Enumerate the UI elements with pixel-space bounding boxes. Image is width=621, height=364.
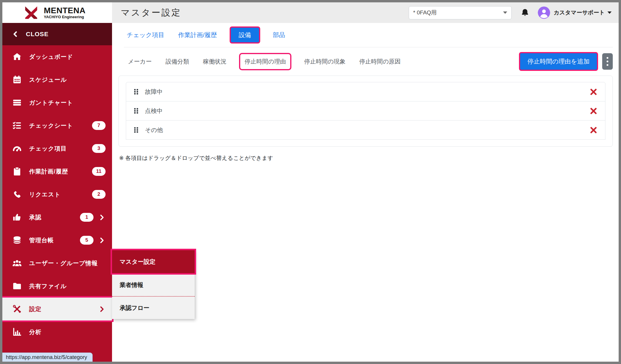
gauge-icon — [12, 144, 22, 153]
chevron-right-icon — [98, 305, 106, 313]
delete-button[interactable] — [590, 107, 597, 115]
add-downtime-reason-button[interactable]: 停止時間の理由を追加 — [520, 53, 597, 70]
chart-icon — [12, 327, 22, 337]
subtab-downtime-cause[interactable]: 停止時間の原因 — [359, 58, 400, 66]
count-badge: 3 — [92, 144, 106, 153]
home-icon — [12, 52, 22, 61]
category-row-inspection[interactable]: 点検中 — [126, 101, 605, 121]
tab-equipment[interactable]: 設備 — [231, 28, 259, 42]
sidebar-item-work-plan-history[interactable]: 作業計画/履歴 11 — [2, 160, 112, 183]
avatar-person-icon — [538, 6, 550, 19]
subtabs: メーカー 設備分類 稼働状況 停止時間の理由 停止時間の — [128, 54, 400, 69]
drag-drop-note: ※ 各項目はドラッグ＆ドロップで並べ替えることができます — [119, 154, 619, 162]
page-title: マスター設定 — [121, 7, 181, 19]
toolbar-actions: 停止時間の理由を追加 — [520, 53, 613, 70]
sidebar-item-check-item[interactable]: チェック項目 3 — [2, 137, 112, 160]
sidebar-item-settings[interactable]: 設定 — [2, 298, 112, 320]
tabs-row: チェック項目 作業計画/履歴 設備 部品 — [124, 23, 613, 47]
sidebar-item-check-sheet[interactable]: チェックシート 7 — [2, 114, 112, 137]
settings-submenu: マスター設定 業者情報 承認フロー — [112, 250, 195, 319]
count-badge: 1 — [80, 213, 94, 222]
folder-icon — [12, 281, 22, 291]
brand-subtitle: YACHIYO Engineering — [44, 15, 86, 19]
user-menu-caret-icon[interactable] — [607, 11, 612, 14]
subtab-downtime-reason[interactable]: 停止時間の理由 — [240, 54, 290, 69]
sidebar-item-shared-files[interactable]: 共有ファイル — [2, 275, 112, 298]
count-badge: 5 — [80, 236, 94, 245]
subtab-equipment-category[interactable]: 設備分類 — [166, 58, 189, 66]
submenu-item-vendor-info[interactable]: 業者情報 — [112, 273, 195, 296]
sidebar-item-schedule[interactable]: スケジュール — [2, 68, 112, 91]
x-icon — [590, 88, 597, 96]
user-menu[interactable]: カスタマーサポート — [554, 9, 605, 16]
sidebar-item-ledger[interactable]: 管理台帳 5 — [2, 229, 112, 252]
sidebar-nav: ダッシュボード スケジュール ガントチャート — [2, 45, 112, 343]
status-url-tooltip: https://app.mentena.biz/5/category — [2, 353, 93, 362]
x-icon — [590, 107, 597, 115]
clipboard-icon — [12, 167, 22, 176]
checklist-icon — [12, 121, 22, 130]
topbar: マスター設定 * 0FAQ用 カスタマーサポート — [112, 2, 619, 23]
count-badge: 2 — [92, 190, 106, 199]
category-row-failure[interactable]: 故障中 — [126, 82, 605, 101]
workspace-select[interactable]: * 0FAQ用 — [409, 6, 512, 19]
chevron-right-icon — [98, 214, 106, 221]
delete-button[interactable] — [590, 88, 597, 96]
count-badge: 7 — [92, 121, 106, 130]
tab-check-item[interactable]: チェック項目 — [127, 31, 164, 39]
category-list-card: 故障中 点検中 その他 — [118, 76, 613, 147]
delete-button[interactable] — [590, 126, 597, 134]
kebab-menu-icon — [606, 56, 609, 66]
count-badge: 11 — [92, 167, 106, 176]
submenu-item-approval-flow[interactable]: 承認フロー — [112, 296, 195, 319]
app-logo: MENTENA YACHIYO Engineering — [2, 2, 112, 23]
drag-handle-icon[interactable] — [134, 108, 138, 114]
users-icon — [12, 258, 22, 268]
avatar[interactable] — [538, 6, 550, 19]
drag-handle-icon[interactable] — [134, 127, 138, 133]
subtab-operation-status[interactable]: 稼働状況 — [203, 58, 226, 66]
sidebar-item-dashboard[interactable]: ダッシュボード — [2, 45, 112, 68]
brand-name: MENTENA — [44, 6, 86, 15]
sidebar-item-request[interactable]: リクエスト 2 — [2, 183, 112, 206]
mentena-logo-icon — [23, 5, 39, 20]
thumbs-up-icon — [12, 213, 22, 222]
subtab-maker[interactable]: メーカー — [128, 58, 152, 66]
tab-work-plan-history[interactable]: 作業計画/履歴 — [178, 31, 217, 39]
tab-parts[interactable]: 部品 — [273, 31, 285, 39]
phone-icon — [12, 190, 22, 199]
bell-icon[interactable] — [520, 8, 530, 17]
chevron-right-icon — [98, 237, 106, 244]
sidebar-item-analysis[interactable]: 分析 — [2, 320, 112, 343]
chevron-down-icon — [503, 11, 507, 14]
sidebar-item-approval[interactable]: 承認 1 — [2, 206, 112, 229]
database-icon — [12, 236, 22, 245]
more-options-button[interactable] — [602, 53, 613, 70]
subtabs-row: メーカー 設備分類 稼働状況 停止時間の理由 停止時間の — [112, 47, 619, 76]
chevron-left-icon — [12, 31, 19, 38]
sidebar-close-button[interactable]: CLOSE — [2, 23, 112, 45]
drag-handle-icon[interactable] — [134, 89, 138, 95]
tools-icon — [12, 304, 22, 314]
sidebar-close-label: CLOSE — [26, 31, 49, 38]
browser-window: MENTENA YACHIYO Engineering マスター設定 * 0FA… — [0, 0, 621, 364]
submenu-item-master-settings[interactable]: マスター設定 — [112, 250, 195, 273]
sidebar-item-gantt-chart[interactable]: ガントチャート — [2, 91, 112, 114]
x-icon — [590, 126, 597, 134]
sidebar: CLOSE ダッシュボード スケジュール — [2, 23, 112, 362]
workspace-select-value: * 0FAQ用 — [413, 9, 437, 16]
subtab-downtime-phenomenon[interactable]: 停止時間の現象 — [304, 58, 345, 66]
gantt-icon — [12, 98, 22, 107]
sidebar-item-user-group-info[interactable]: ユーザー・グループ情報 — [2, 252, 112, 275]
calendar-icon — [12, 75, 22, 84]
category-row-other[interactable]: その他 — [126, 120, 605, 140]
